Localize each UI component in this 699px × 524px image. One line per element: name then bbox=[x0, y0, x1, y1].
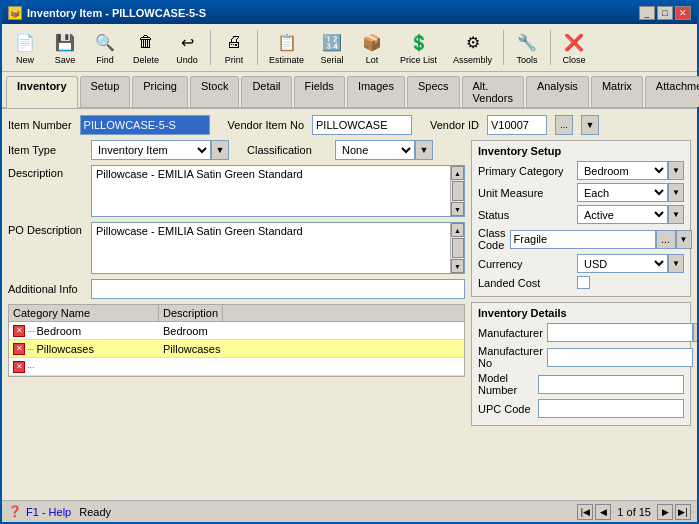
classification-arrow[interactable]: ▼ bbox=[415, 140, 433, 160]
cat-remove-btn-2[interactable]: ✕ bbox=[13, 343, 25, 355]
vendor-id-browse-button[interactable]: ... bbox=[555, 115, 573, 135]
currency-arrow[interactable]: ▼ bbox=[668, 254, 684, 273]
assembly-icon: ⚙ bbox=[461, 30, 485, 54]
find-button[interactable]: 🔍 Find bbox=[86, 27, 124, 68]
pricelist-label: Price List bbox=[400, 55, 437, 65]
tab-setup[interactable]: Setup bbox=[80, 76, 131, 107]
po-description-label: PO Description bbox=[8, 224, 83, 236]
assembly-button[interactable]: ⚙ Assembly bbox=[446, 27, 499, 68]
item-type-arrow[interactable]: ▼ bbox=[211, 140, 229, 160]
close-window-button[interactable]: ✕ bbox=[675, 6, 691, 20]
class-code-arrow[interactable]: ▼ bbox=[676, 230, 692, 249]
primary-category-select[interactable]: Bedroom bbox=[577, 161, 668, 180]
tab-fields[interactable]: Fields bbox=[294, 76, 345, 107]
main-window: 📦 Inventory Item - PILLOWCASE-5-S _ □ ✕ … bbox=[0, 0, 699, 524]
nav-next-button[interactable]: ▶ bbox=[657, 504, 673, 520]
cat-name-cell-3: ✕ ··· bbox=[9, 360, 159, 374]
po-scroll-down-btn[interactable]: ▼ bbox=[451, 259, 464, 273]
additional-info-input[interactable] bbox=[91, 279, 465, 299]
tab-stock[interactable]: Stock bbox=[190, 76, 240, 107]
toolbar-separator-4 bbox=[550, 30, 551, 65]
serial-label: Serial bbox=[321, 55, 344, 65]
save-button[interactable]: 💾 Save bbox=[46, 27, 84, 68]
toolbar-separator-3 bbox=[503, 30, 504, 65]
undo-label: Undo bbox=[176, 55, 198, 65]
class-code-wrapper: ... ▼ bbox=[510, 230, 692, 249]
tab-matrix[interactable]: Matrix bbox=[591, 76, 643, 107]
vendor-item-no-label: Vendor Item No bbox=[228, 119, 304, 131]
manufacturer-browse-btn[interactable]: ... bbox=[693, 323, 697, 342]
item-type-select[interactable]: Inventory Item bbox=[91, 140, 211, 160]
inventory-details-group: Inventory Details Manufacturer ... ▼ Man… bbox=[471, 302, 691, 426]
upc-code-input[interactable] bbox=[538, 399, 684, 418]
delete-button[interactable]: 🗑 Delete bbox=[126, 27, 166, 68]
scroll-track bbox=[451, 180, 464, 202]
item-number-row: Item Number Vendor Item No Vendor ID ...… bbox=[8, 115, 691, 135]
cat-remove-btn-1[interactable]: ✕ bbox=[13, 325, 25, 337]
manufacturer-input[interactable] bbox=[547, 323, 693, 342]
cat-dots-2[interactable]: ··· bbox=[27, 344, 35, 354]
vendor-id-label: Vendor ID bbox=[430, 119, 479, 131]
description-content: Pillowcase - EMILIA Satin Green Standard bbox=[92, 166, 464, 182]
currency-select[interactable]: USD bbox=[577, 254, 668, 273]
vendor-id-input[interactable] bbox=[487, 115, 547, 135]
po-scroll-up-btn[interactable]: ▲ bbox=[451, 223, 464, 237]
model-number-input[interactable] bbox=[538, 375, 684, 394]
nav-last-button[interactable]: ▶| bbox=[675, 504, 691, 520]
currency-row: Currency USD ▼ bbox=[478, 254, 684, 273]
po-description-textarea[interactable]: Pillowcase - EMILIA Satin Green Standard… bbox=[91, 222, 465, 274]
description-textarea[interactable]: Pillowcase - EMILIA Satin Green Standard… bbox=[91, 165, 465, 217]
vendor-id-dropdown-button[interactable]: ▼ bbox=[581, 115, 599, 135]
tab-attachments[interactable]: Attachments bbox=[645, 76, 699, 107]
status-row: Status Active ▼ bbox=[478, 205, 684, 224]
description-scrollbar: ▲ ▼ bbox=[450, 166, 464, 216]
scroll-up-btn[interactable]: ▲ bbox=[451, 166, 464, 180]
classification-select[interactable]: None bbox=[335, 140, 415, 160]
unit-measure-arrow[interactable]: ▼ bbox=[668, 183, 684, 202]
serial-button[interactable]: 🔢 Serial bbox=[313, 27, 351, 68]
estimate-button[interactable]: 📋 Estimate bbox=[262, 27, 311, 68]
primary-category-row: Primary Category Bedroom ▼ bbox=[478, 161, 684, 180]
class-code-browse-btn[interactable]: ... bbox=[656, 230, 676, 249]
undo-icon: ↩ bbox=[175, 30, 199, 54]
pricelist-button[interactable]: 💲 Price List bbox=[393, 27, 444, 68]
tabs-container: Inventory Setup Pricing Stock Detail Fie… bbox=[2, 72, 697, 109]
tab-analysis[interactable]: Analysis bbox=[526, 76, 589, 107]
po-description-row: PO Description Pillowcase - EMILIA Satin… bbox=[8, 222, 465, 274]
tab-images[interactable]: Images bbox=[347, 76, 405, 107]
unit-measure-select[interactable]: Each bbox=[577, 183, 668, 202]
cat-dots-1[interactable]: ··· bbox=[27, 326, 35, 336]
inventory-setup-group: Inventory Setup Primary Category Bedroom… bbox=[471, 140, 691, 297]
print-button[interactable]: 🖨 Print bbox=[215, 27, 253, 68]
item-number-input[interactable] bbox=[80, 115, 210, 135]
close-button[interactable]: ❌ Close bbox=[555, 27, 593, 68]
help-button[interactable]: ❓ F1 - Help bbox=[8, 505, 71, 518]
landed-cost-checkbox[interactable] bbox=[577, 276, 590, 289]
tab-alt-vendors[interactable]: Alt. Vendors bbox=[462, 76, 524, 107]
nav-prev-button[interactable]: ◀ bbox=[595, 504, 611, 520]
manufacturer-no-input[interactable] bbox=[547, 348, 693, 367]
tools-button[interactable]: 🔧 Tools bbox=[508, 27, 546, 68]
tab-specs[interactable]: Specs bbox=[407, 76, 460, 107]
cat-dots-3[interactable]: ··· bbox=[27, 362, 35, 372]
primary-category-label: Primary Category bbox=[478, 165, 573, 177]
tab-detail[interactable]: Detail bbox=[241, 76, 291, 107]
nav-first-button[interactable]: |◀ bbox=[577, 504, 593, 520]
right-panel: Inventory Setup Primary Category Bedroom… bbox=[471, 140, 691, 494]
vendor-item-no-input[interactable] bbox=[312, 115, 412, 135]
save-icon: 💾 bbox=[53, 30, 77, 54]
tab-inventory[interactable]: Inventory bbox=[6, 76, 78, 108]
maximize-button[interactable]: □ bbox=[657, 6, 673, 20]
status-select[interactable]: Active bbox=[577, 205, 668, 224]
scroll-down-btn[interactable]: ▼ bbox=[451, 202, 464, 216]
lot-button[interactable]: 📦 Lot bbox=[353, 27, 391, 68]
primary-category-arrow[interactable]: ▼ bbox=[668, 161, 684, 180]
class-code-input[interactable] bbox=[510, 230, 656, 249]
minimize-button[interactable]: _ bbox=[639, 6, 655, 20]
new-button[interactable]: 📄 New bbox=[6, 27, 44, 68]
cat-remove-btn-3[interactable]: ✕ bbox=[13, 361, 25, 373]
table-row[interactable]: ✕ ··· Pillowcases Pillowcases bbox=[9, 340, 464, 358]
undo-button[interactable]: ↩ Undo bbox=[168, 27, 206, 68]
tab-pricing[interactable]: Pricing bbox=[132, 76, 188, 107]
status-arrow[interactable]: ▼ bbox=[668, 205, 684, 224]
